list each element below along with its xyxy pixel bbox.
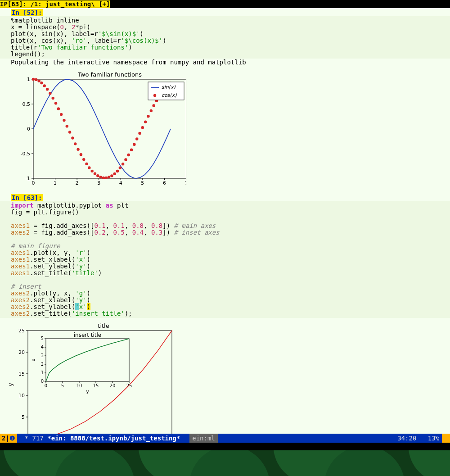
svg-point-36 [54,102,57,104]
svg-text:20: 20 [18,349,25,355]
modeline-right-badge [442,434,450,443]
svg-point-64 [133,143,135,146]
svg-text:y: y [86,389,89,394]
svg-text:y: y [8,383,14,386]
modeline-cursor-pos: 34:20 [397,434,416,443]
svg-text:3: 3 [97,180,100,186]
svg-point-49 [90,170,93,172]
svg-text:0: 0 [45,383,47,388]
modeline-buffer-name[interactable]: *ein: 8888/test.ipynb/just_testing* [47,434,180,443]
svg-point-67 [141,126,144,129]
tab-bar[interactable]: IP[63]: /1: just_testing\ [+] [0,0,450,8]
svg-text:title: title [98,322,109,329]
chart-title-inset: title0123450510152025xyinsert title05101… [0,318,450,434]
modeline-star: * [25,434,28,443]
svg-text:20: 20 [110,383,116,388]
svg-point-45 [80,153,82,156]
svg-text:sin(x): sin(x) [162,84,176,90]
svg-point-59 [119,166,122,169]
svg-text:1: 1 [27,77,30,82]
svg-point-43 [74,142,76,145]
minibuffer[interactable] [0,443,450,450]
cell-prompt-52: In [52]: [11,9,43,16]
svg-point-52 [99,176,102,178]
svg-point-41 [68,131,71,133]
svg-point-46 [82,158,85,161]
modeline-badge: 2|❶ [0,434,17,443]
svg-point-81 [153,94,156,97]
svg-point-50 [94,172,96,175]
svg-point-63 [130,148,133,151]
svg-point-68 [144,120,147,123]
svg-point-65 [135,137,138,140]
svg-point-54 [105,177,108,179]
svg-text:5: 5 [22,414,25,420]
svg-text:0: 0 [27,126,30,132]
svg-text:10: 10 [76,383,82,388]
svg-point-37 [57,107,60,110]
svg-text:25: 25 [18,328,25,334]
svg-text:2: 2 [76,180,79,186]
code-cell-52[interactable]: %matplotlib inline x = linspace(0, 2*pi)… [0,16,450,59]
svg-text:1: 1 [41,370,44,375]
modeline-major-mode[interactable]: ein:ml [189,434,218,443]
svg-text:10: 10 [18,393,25,399]
cursor-region: ' [75,303,79,310]
cell-prompt-63: In [63]: [11,194,43,201]
svg-text:1: 1 [54,180,57,186]
svg-point-40 [66,125,68,127]
svg-text:7: 7 [185,180,187,186]
svg-point-34 [49,92,51,95]
svg-point-44 [76,148,79,150]
active-tab[interactable]: IP[63]: /1: just_testing\ [+] [0,0,110,8]
svg-text:5: 5 [61,383,64,388]
svg-point-39 [63,119,65,122]
svg-point-38 [60,113,63,116]
svg-point-66 [138,132,141,135]
svg-text:Two familiar functions: Two familiar functions [77,71,142,78]
svg-point-58 [116,170,119,172]
code-cell-63[interactable]: import matplotlib.pyplot as plt fig = pl… [0,201,450,318]
svg-point-33 [46,88,49,91]
svg-point-55 [108,176,110,178]
svg-point-35 [52,97,54,100]
svg-text:3: 3 [41,353,44,358]
cursor: ) [87,303,90,310]
svg-text:-0.5: -0.5 [21,151,30,157]
svg-point-28 [32,78,35,81]
svg-text:x: x [31,358,36,362]
buffer-content[interactable]: In [52]: %matplotlib inline x = linspace… [0,8,450,434]
svg-point-51 [96,174,99,177]
chart1-svg: Two familiar functions01234567-1-0.500.5… [11,70,186,187]
svg-text:insert title: insert title [74,332,102,338]
svg-point-56 [110,174,113,177]
svg-rect-112 [46,339,129,381]
svg-text:0: 0 [41,379,44,384]
svg-text:cos(x): cos(x) [162,92,177,98]
modeline-linenum: 717 [32,434,44,443]
svg-point-69 [147,115,149,118]
svg-point-61 [124,158,127,161]
svg-point-47 [85,163,88,165]
svg-text:25: 25 [126,383,132,388]
chart-two-familiar-functions: Two familiar functions01234567-1-0.500.5… [0,66,450,193]
svg-point-48 [88,166,90,169]
code-line: %matplotlib inline [11,17,79,24]
modeline: 2|❶ * 717 *ein: 8888/test.ipynb/just_tes… [0,434,450,443]
svg-text:5: 5 [141,180,144,186]
modeline-scroll-pct: 13% [428,434,439,443]
svg-point-57 [113,172,116,175]
svg-text:2: 2 [41,362,44,367]
cell-52-stdout: Populating the interactive namespace fro… [0,59,450,66]
svg-text:15: 15 [93,383,99,388]
svg-point-71 [152,104,155,107]
svg-point-31 [40,82,43,84]
svg-text:15: 15 [18,371,25,377]
svg-point-32 [43,84,46,87]
svg-point-62 [127,154,130,156]
svg-text:0.5: 0.5 [22,101,31,107]
svg-text:4: 4 [119,180,122,186]
svg-point-70 [150,109,153,112]
svg-point-60 [122,163,124,165]
chart2-svg: title0123450510152025xyinsert title05101… [4,322,184,434]
